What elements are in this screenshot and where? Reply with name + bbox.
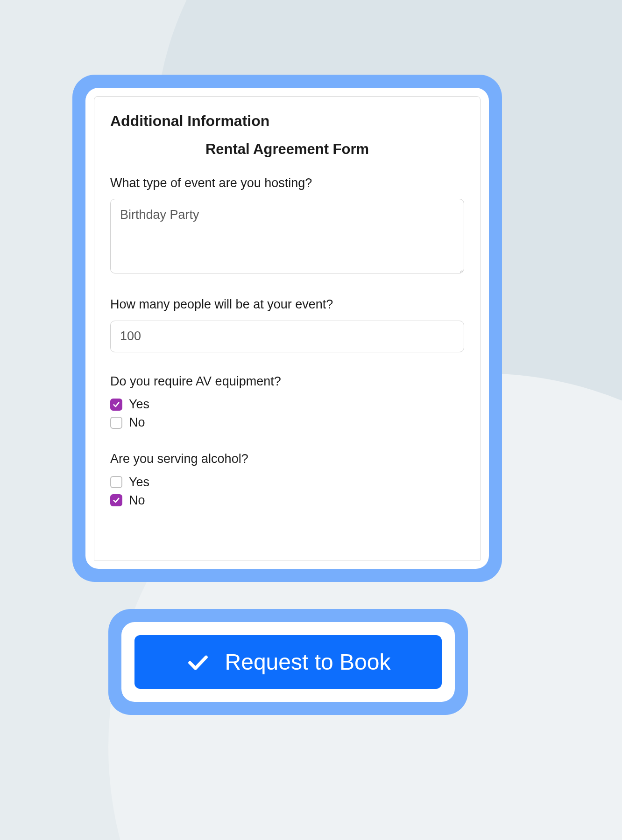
checkbox-alcohol-yes[interactable] bbox=[110, 476, 122, 488]
form-card: Additional Information Rental Agreement … bbox=[85, 88, 489, 569]
question-people-count: How many people will be at your event? bbox=[110, 296, 464, 352]
form-card-highlight: Additional Information Rental Agreement … bbox=[72, 75, 502, 582]
question-label: How many people will be at your event? bbox=[110, 296, 464, 313]
check-icon bbox=[112, 400, 120, 409]
form-title: Rental Agreement Form bbox=[110, 141, 464, 158]
option-label: Yes bbox=[129, 475, 149, 490]
option-row: No bbox=[110, 493, 464, 508]
checkbox-av-yes[interactable] bbox=[110, 399, 122, 411]
option-row: Yes bbox=[110, 397, 464, 412]
question-label: What type of event are you hosting? bbox=[110, 175, 464, 191]
option-label: Yes bbox=[129, 397, 149, 412]
question-label: Do you require AV equipment? bbox=[110, 373, 464, 390]
options-group: Yes No bbox=[110, 397, 464, 430]
question-label: Are you serving alcohol? bbox=[110, 450, 464, 467]
question-event-type: What type of event are you hosting? bbox=[110, 175, 464, 275]
option-row: No bbox=[110, 415, 464, 430]
request-to-book-button[interactable]: Request to Book bbox=[134, 635, 442, 689]
cta-card-highlight: Request to Book bbox=[108, 609, 468, 715]
check-icon bbox=[186, 650, 210, 674]
checkbox-av-no[interactable] bbox=[110, 417, 122, 429]
form-panel: Additional Information Rental Agreement … bbox=[94, 96, 481, 560]
event-type-textarea[interactable] bbox=[110, 199, 464, 273]
checkbox-alcohol-no[interactable] bbox=[110, 494, 122, 506]
question-alcohol: Are you serving alcohol? Yes No bbox=[110, 450, 464, 507]
people-count-input[interactable] bbox=[110, 321, 464, 352]
option-label: No bbox=[129, 493, 145, 508]
check-icon bbox=[112, 496, 120, 504]
option-label: No bbox=[129, 415, 145, 430]
option-row: Yes bbox=[110, 475, 464, 490]
cta-card: Request to Book bbox=[121, 622, 455, 702]
section-heading: Additional Information bbox=[110, 112, 464, 130]
question-av-equipment: Do you require AV equipment? Yes No bbox=[110, 373, 464, 430]
cta-label: Request to Book bbox=[225, 649, 391, 675]
options-group: Yes No bbox=[110, 475, 464, 508]
